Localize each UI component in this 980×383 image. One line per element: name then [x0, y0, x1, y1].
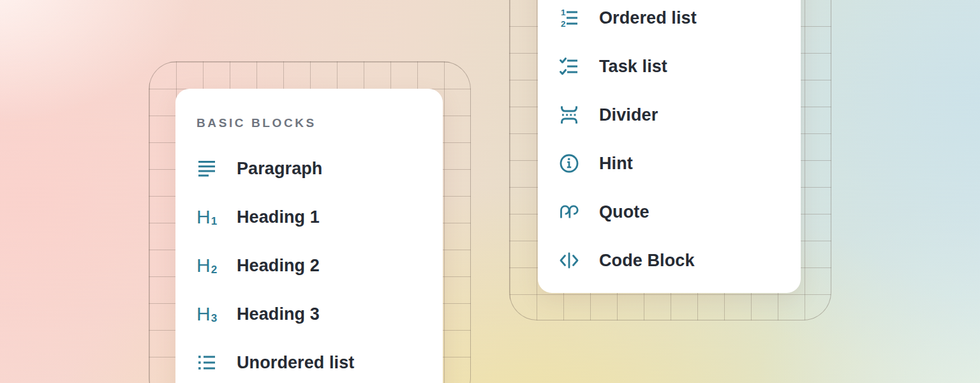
- menu-item-heading-2[interactable]: H2 Heading 2: [197, 253, 433, 278]
- quote-icon: [559, 201, 581, 223]
- svg-text:1: 1: [561, 8, 566, 17]
- menu-item-label: Paragraph: [237, 159, 322, 179]
- basic-blocks-menu: BASIC BLOCKS Paragraph H1 Heading 1 H2 H…: [175, 89, 443, 383]
- unordered-list-icon: [197, 352, 218, 373]
- menu-item-label: Heading 2: [237, 256, 320, 276]
- menu-item-label: Quote: [599, 202, 650, 222]
- menu-item-heading-3[interactable]: H3 Heading 3: [197, 301, 433, 327]
- menu-item-code-block[interactable]: Code Block: [559, 248, 791, 273]
- menu-item-label: Hint: [599, 154, 633, 174]
- promo-canvas: BASIC BLOCKS Paragraph H1 Heading 1 H2 H…: [0, 0, 980, 383]
- svg-text:2: 2: [561, 19, 566, 28]
- menu-item-label: Heading 3: [237, 304, 320, 324]
- menu-item-task-list[interactable]: Task list: [559, 54, 791, 79]
- menu-item-label: Task list: [599, 57, 667, 77]
- hint-icon: [559, 153, 581, 174]
- ordered-list-icon: 1 2: [559, 7, 581, 29]
- code-block-icon: [559, 250, 581, 271]
- menu-item-label: Unordered list: [237, 353, 354, 373]
- menu-item-ordered-list[interactable]: 1 2 Ordered list: [559, 5, 791, 31]
- menu-item-paragraph[interactable]: Paragraph: [197, 156, 433, 181]
- divider-icon: [559, 104, 581, 126]
- more-blocks-menu: 1 2 Ordered list Task list: [538, 0, 801, 293]
- menu-item-label: Code Block: [599, 251, 695, 271]
- menu-item-heading-1[interactable]: H1 Heading 1: [197, 204, 433, 230]
- menu-item-label: Divider: [599, 105, 658, 125]
- heading-2-icon: H2: [197, 255, 218, 276]
- paragraph-icon: [197, 158, 218, 179]
- menu-item-divider[interactable]: Divider: [559, 102, 791, 128]
- menu-item-hint[interactable]: Hint: [559, 151, 791, 176]
- section-label: BASIC BLOCKS: [197, 116, 316, 131]
- menu-item-label: Ordered list: [599, 8, 697, 28]
- heading-1-icon: H1: [197, 206, 218, 228]
- menu-item-quote[interactable]: Quote: [559, 199, 791, 225]
- menu-item-label: Heading 1: [237, 207, 320, 227]
- task-list-icon: [559, 56, 581, 77]
- menu-item-unordered-list[interactable]: Unordered list: [197, 350, 433, 375]
- heading-3-icon: H3: [197, 303, 218, 325]
